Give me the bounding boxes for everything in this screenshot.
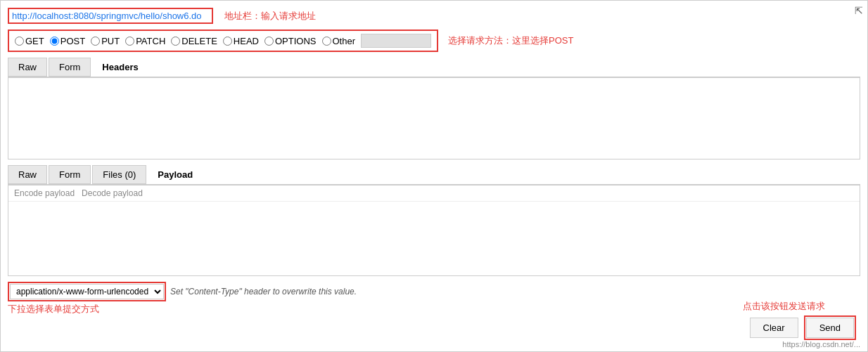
radio-options[interactable] (264, 37, 274, 46)
method-row: GET POST PUT PATCH DELETE HEAD (8, 30, 860, 52)
headers-tab-raw[interactable]: Raw (8, 58, 47, 77)
resize-icon[interactable]: ⇱ (855, 5, 863, 16)
method-get-label: GET (25, 36, 44, 46)
method-get[interactable]: GET (15, 36, 44, 46)
radio-delete[interactable] (171, 37, 180, 46)
url-row: 地址栏：输入请求地址 (8, 8, 860, 24)
send-annotation: 点击该按钮发送请求 (743, 300, 825, 313)
method-put-label: PUT (101, 36, 120, 46)
headers-tab-bar: Raw Form Headers (8, 58, 860, 77)
payload-textarea[interactable] (8, 202, 860, 275)
send-btn-wrapper: Send (804, 315, 856, 340)
dropdown-label: 下拉选择表单提交方式 (8, 303, 357, 315)
radio-get[interactable] (15, 37, 24, 46)
method-delete-label: DELETE (181, 36, 217, 46)
headers-section: Raw Form Headers (8, 58, 860, 159)
headers-tab-form[interactable]: Form (49, 58, 91, 77)
clear-button[interactable]: Clear (750, 318, 798, 338)
method-options-label: OPTIONS (275, 36, 317, 46)
payload-section: Raw Form Files (0) Payload Encode payloa… (8, 165, 860, 276)
decode-payload-link[interactable]: Decode payload (82, 188, 143, 198)
method-patch[interactable]: PATCH (125, 36, 165, 46)
payload-tab-files[interactable]: Files (0) (92, 165, 146, 184)
method-post-label: POST (60, 36, 85, 46)
method-options[interactable]: OPTIONS (264, 36, 317, 46)
url-input[interactable] (12, 11, 209, 21)
radio-head[interactable] (223, 37, 232, 46)
method-post[interactable]: POST (50, 36, 85, 46)
method-head-label: HEAD (234, 36, 259, 46)
watermark: https://blog.csdn.net/... (782, 340, 860, 348)
radio-patch[interactable] (125, 37, 134, 46)
payload-tab-payload-label: Payload (148, 166, 203, 183)
url-input-wrapper (8, 8, 213, 24)
method-other-label: Other (333, 36, 356, 46)
radio-put[interactable] (91, 37, 100, 46)
headers-content (8, 77, 860, 159)
send-button[interactable]: Send (806, 318, 854, 338)
payload-tab-bar: Raw Form Files (0) Payload (8, 165, 860, 185)
method-head[interactable]: HEAD (223, 36, 259, 46)
content-type-hint: Set "Content-Type" header to overwrite t… (170, 287, 357, 296)
encode-decode-row: Encode payload Decode payload (8, 185, 860, 202)
encode-payload-link[interactable]: Encode payload (14, 188, 75, 198)
method-label: 选择请求方法：这里选择POST (448, 34, 573, 47)
main-container: ⇱ 地址栏：输入请求地址 GET POST PUT PATCH (0, 0, 868, 352)
content-type-select[interactable]: application/x-www-form-urlencoded multip… (10, 284, 164, 299)
payload-tab-raw[interactable]: Raw (8, 165, 47, 184)
buttons-area: Clear Send (750, 315, 856, 340)
headers-tab-headers-label: Headers (92, 58, 148, 76)
headers-textarea[interactable] (8, 78, 860, 159)
other-method-input[interactable] (361, 34, 431, 48)
method-options-box: GET POST PUT PATCH DELETE HEAD (8, 30, 438, 52)
payload-tab-form[interactable]: Form (49, 165, 91, 184)
payload-content: Encode payload Decode payload (8, 185, 860, 276)
radio-other[interactable] (322, 37, 331, 46)
content-type-wrapper: application/x-www-form-urlencoded multip… (8, 282, 166, 301)
url-label: 地址栏：输入请求地址 (224, 10, 316, 22)
bottom-row: application/x-www-form-urlencoded multip… (8, 282, 860, 315)
method-put[interactable]: PUT (91, 36, 120, 46)
method-delete[interactable]: DELETE (171, 36, 217, 46)
method-other[interactable]: Other (322, 36, 356, 46)
radio-post[interactable] (50, 37, 59, 46)
method-patch-label: PATCH (136, 36, 165, 46)
